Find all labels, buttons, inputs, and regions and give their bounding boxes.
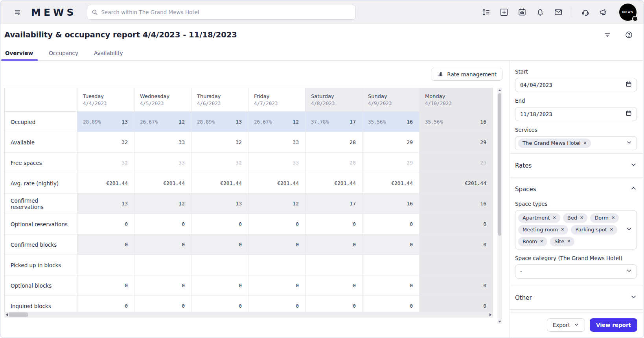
remove-icon[interactable]: ✕ <box>567 238 570 245</box>
sidebar-footer: Export View report <box>510 312 644 338</box>
filter-chip[interactable]: Apartment✕ <box>518 213 560 223</box>
chevron-up-icon <box>630 185 637 193</box>
chevron-down-icon <box>630 294 637 302</box>
scroll-right-arrow[interactable] <box>489 313 491 316</box>
horizontal-scroll-thumb[interactable] <box>9 312 28 317</box>
table-cell: €201.44 <box>191 173 248 194</box>
filter-chip[interactable]: Bed✕ <box>563 213 587 223</box>
calendar-icon[interactable] <box>625 110 632 118</box>
table-cell: 0 <box>77 235 134 255</box>
horizontal-scrollbar[interactable] <box>4 312 493 318</box>
table-row: Confirmed reservations13121312171616 <box>5 194 493 214</box>
table-cell: 28 <box>305 153 362 173</box>
tab-availability[interactable]: Availability <box>93 46 124 60</box>
row-label: Occupied <box>5 112 77 132</box>
topbar-actions: MEWS <box>478 4 637 21</box>
chevron-down-icon <box>574 322 579 329</box>
support-button[interactable] <box>578 4 593 20</box>
notifications-button[interactable] <box>532 4 548 20</box>
avatar[interactable]: MEWS <box>619 4 637 21</box>
table-cell: 29 <box>420 153 493 173</box>
table-cell: 0 <box>362 214 420 235</box>
chip-label: Bed <box>567 214 577 221</box>
table-cell: 0 <box>248 214 305 235</box>
chevron-down-icon <box>626 139 632 147</box>
remove-icon[interactable]: ✕ <box>540 238 543 245</box>
calendar-icon[interactable] <box>625 81 632 89</box>
scroll-left-arrow[interactable] <box>6 313 8 316</box>
filter-chip[interactable]: Site✕ <box>550 237 574 246</box>
table-cell: 0 <box>191 275 248 296</box>
chip-label: Site <box>554 238 564 245</box>
tab-overview[interactable]: Overview <box>4 46 34 60</box>
table-cell: €201.44 <box>420 173 493 194</box>
remove-icon[interactable]: ✕ <box>561 226 564 233</box>
table-cell: 0 <box>305 214 362 235</box>
scroll-up-arrow[interactable] <box>497 88 502 92</box>
filter-chip[interactable]: Meeting room✕ <box>518 225 568 235</box>
rate-management-button[interactable]: Rate management <box>431 68 502 81</box>
report-panel: Rate management Tuesday4/4/2023Wednesday… <box>0 61 510 338</box>
rates-section-header[interactable]: Rates <box>510 153 644 177</box>
filter-button[interactable] <box>600 27 615 43</box>
space-type-chips: Apartment✕Bed✕Dorm✕Meeting room✕Parking … <box>518 213 623 246</box>
table-cell: 35.56%16 <box>420 112 493 132</box>
filter-chip[interactable]: Parking spot✕ <box>571 225 617 235</box>
table-cell: 28.89%13 <box>77 112 134 132</box>
scroll-down-arrow[interactable] <box>497 319 502 324</box>
help-button[interactable] <box>621 27 637 43</box>
mews-logo: MEWS <box>31 7 77 18</box>
search-input[interactable] <box>87 5 356 20</box>
table-cell: 0 <box>362 275 420 296</box>
view-report-button[interactable]: View report <box>590 318 637 332</box>
other-section-header[interactable]: Other <box>510 286 644 309</box>
table-cell: 0 <box>134 235 191 255</box>
remove-icon[interactable]: ✕ <box>580 214 583 221</box>
table-cell <box>248 255 305 275</box>
vertical-scroll-thumb[interactable] <box>498 93 501 236</box>
topbar: MEWS <box>0 0 644 24</box>
filter-chip[interactable]: Room✕ <box>518 237 547 246</box>
start-date-input[interactable] <box>520 82 625 88</box>
timeline-button[interactable] <box>514 4 530 20</box>
menu-button[interactable] <box>10 4 26 20</box>
table-cell: 13 <box>77 194 134 214</box>
sort-button[interactable] <box>478 4 494 20</box>
announcements-button[interactable] <box>596 4 611 20</box>
column-header-saturday: Saturday4/8/2023 <box>305 88 362 112</box>
sidebar-spacer <box>510 309 644 312</box>
vertical-scrollbar[interactable] <box>497 88 502 324</box>
remove-icon[interactable]: ✕ <box>583 140 587 146</box>
filter-chip[interactable]: The Grand Mews Hotel✕ <box>518 139 591 148</box>
spaces-section-header[interactable]: Spaces <box>510 177 644 201</box>
add-button[interactable] <box>496 4 512 20</box>
column-header-thursday: Thursday4/6/2023 <box>191 88 248 112</box>
export-button[interactable]: Export <box>547 318 585 332</box>
services-select[interactable]: The Grand Mews Hotel✕ <box>515 136 637 150</box>
table-cell <box>420 255 493 275</box>
bell-icon <box>535 7 545 17</box>
space-types-label: Space types <box>515 201 637 207</box>
table-row: Available32333233282929 <box>5 132 493 153</box>
filter-chip[interactable]: Dorm✕ <box>590 213 619 223</box>
column-header-sunday: Sunday4/9/2023 <box>362 88 420 112</box>
table-row: Occupied28.89%1326.67%1228.89%1326.67%12… <box>5 112 493 132</box>
row-label: Free spaces <box>5 153 77 173</box>
table-cell: 0 <box>248 235 305 255</box>
table-header-row: Tuesday4/4/2023Wednesday4/5/2023Thursday… <box>5 88 493 112</box>
tab-occupancy[interactable]: Occupancy <box>48 46 79 60</box>
space-types-select[interactable]: Apartment✕Bed✕Dorm✕Meeting room✕Parking … <box>515 210 637 249</box>
column-header-monday: Monday4/10/2023 <box>420 88 493 112</box>
space-category-select[interactable]: - <box>515 264 637 279</box>
end-date-input[interactable] <box>520 111 625 117</box>
table-cell: 37.78%17 <box>305 112 362 132</box>
chip-label: The Grand Mews Hotel <box>523 140 581 146</box>
remove-icon[interactable]: ✕ <box>611 214 615 221</box>
services-chips: The Grand Mews Hotel✕ <box>518 139 591 148</box>
messages-button[interactable] <box>550 4 566 20</box>
table-cell: 32 <box>77 153 134 173</box>
table-cell <box>362 255 420 275</box>
remove-icon[interactable]: ✕ <box>553 214 556 221</box>
remove-icon[interactable]: ✕ <box>610 226 613 233</box>
plus-square-icon <box>499 7 509 17</box>
